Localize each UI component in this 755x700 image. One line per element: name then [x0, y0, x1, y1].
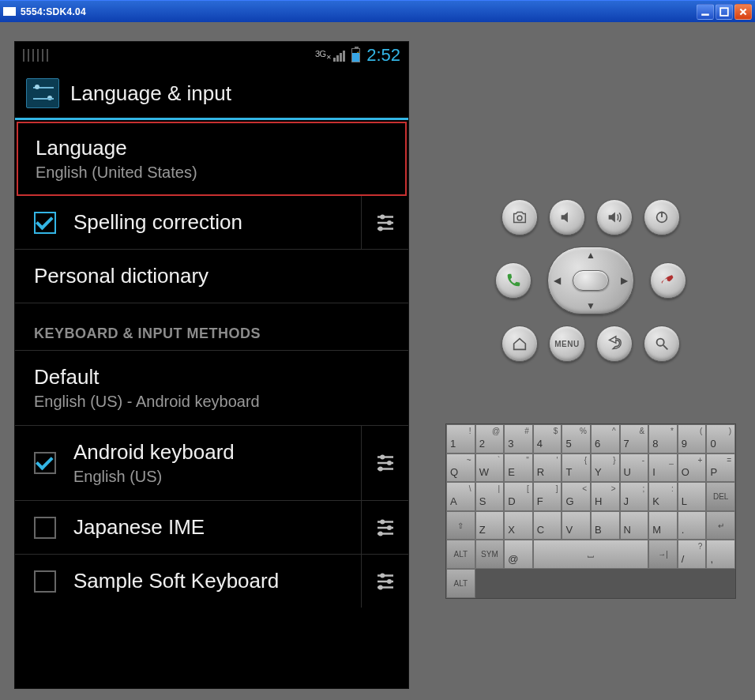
key-0[interactable]: 0) — [706, 424, 735, 453]
key-m[interactable]: M — [648, 511, 678, 540]
key-b[interactable]: B — [591, 511, 620, 540]
home-button[interactable] — [501, 326, 538, 362]
key-sym[interactable]: SYM — [475, 540, 505, 569]
back-button[interactable] — [596, 326, 633, 362]
key-2[interactable]: 2@ — [475, 424, 505, 453]
key-8[interactable]: 8* — [648, 424, 678, 453]
spelling-checkbox[interactable] — [34, 212, 56, 234]
item-language-title: Language — [36, 136, 388, 160]
dpad-left[interactable]: ◀ — [554, 275, 561, 286]
key-9[interactable]: 9( — [678, 424, 707, 453]
item-android-keyboard[interactable]: Android keyboard English (US) — [15, 426, 408, 501]
android-statusbar[interactable]: 3G✕ ⚡ 2:52 — [15, 42, 408, 69]
key-w[interactable]: W` — [475, 453, 505, 483]
key-a[interactable]: A\ — [446, 482, 475, 511]
key-p[interactable]: P= — [706, 453, 735, 483]
sample-keyboard-settings-button[interactable] — [361, 555, 408, 608]
menu-button-label: MENU — [554, 340, 579, 348]
dpad-up[interactable]: ▲ — [586, 250, 595, 261]
volume-down-button[interactable] — [549, 199, 585, 235]
hardware-keyboard: 1!2@3#4$5%6^7&8*9(0)Q~W`E"R'T{Y}U-I_O+P=… — [445, 423, 736, 599]
key-6[interactable]: 6^ — [591, 424, 620, 453]
key-v[interactable]: V — [562, 511, 591, 540]
key-⎵[interactable]: ⎵ — [533, 540, 648, 569]
hw-row-1 — [501, 199, 680, 235]
key-j[interactable]: J; — [620, 482, 649, 511]
emulator-side-panel: ▲ ▼ ◀ ▶ MENU 1!2@3#4$5%6^7&8*9(0)Q~W`E"R… — [441, 41, 741, 681]
maximize-button[interactable] — [716, 4, 733, 20]
key-x[interactable]: X — [504, 511, 533, 540]
key-4[interactable]: 4$ — [533, 424, 562, 453]
dpad-down[interactable]: ▼ — [586, 300, 595, 311]
key-@[interactable]: @ — [504, 540, 533, 569]
window-title: 5554:SDK4.04 — [21, 6, 695, 17]
android-keyboard-settings-button[interactable] — [361, 426, 408, 500]
item-sample-soft-keyboard[interactable]: Sample Soft Keyboard — [15, 555, 408, 608]
key-y[interactable]: Y} — [591, 453, 620, 483]
svg-point-11 — [380, 455, 385, 460]
key-⇧[interactable]: ⇧ — [446, 511, 475, 540]
key-/[interactable]: /? — [678, 540, 707, 569]
android-keyboard-checkbox[interactable] — [34, 452, 56, 474]
key-s[interactable]: S| — [475, 482, 505, 511]
call-button[interactable] — [495, 262, 532, 299]
key-o[interactable]: O+ — [678, 453, 707, 483]
camera-button[interactable] — [501, 199, 538, 235]
power-button[interactable] — [644, 199, 680, 235]
end-call-button[interactable] — [650, 262, 686, 299]
key-→|[interactable]: →| — [648, 540, 678, 569]
key-1[interactable]: 1! — [446, 424, 475, 453]
key-k[interactable]: K: — [648, 482, 678, 511]
key-i[interactable]: I_ — [648, 453, 678, 483]
key-3[interactable]: 3# — [504, 424, 533, 453]
menu-button[interactable]: MENU — [549, 326, 585, 362]
key-h[interactable]: H> — [591, 482, 620, 511]
item-personal-dictionary[interactable]: Personal dictionary — [15, 250, 408, 303]
close-button[interactable] — [734, 4, 752, 20]
key-f[interactable]: F] — [533, 482, 562, 511]
signal-bars-icon — [333, 51, 345, 62]
dpad-center[interactable] — [573, 270, 609, 291]
key-l[interactable]: L — [678, 482, 707, 511]
key-r[interactable]: R' — [533, 453, 562, 483]
key-q[interactable]: Q~ — [446, 453, 475, 483]
key-alt[interactable]: ALT — [446, 569, 475, 598]
japanese-ime-checkbox[interactable] — [34, 517, 56, 539]
svg-rect-0 — [701, 13, 709, 15]
item-spelling[interactable]: Spelling correction — [15, 196, 408, 250]
key-,[interactable]: , — [706, 540, 735, 569]
svg-line-30 — [663, 345, 668, 350]
japanese-ime-settings-button[interactable] — [361, 501, 408, 554]
key-.[interactable]: . — [678, 511, 707, 540]
item-japanese-ime[interactable]: Japanese IME — [15, 501, 408, 555]
signal-indicator: 3G✕ — [315, 49, 345, 61]
language-input-icon — [26, 78, 59, 108]
svg-point-12 — [387, 461, 392, 465]
key-u[interactable]: U- — [620, 453, 649, 483]
search-button[interactable] — [644, 326, 680, 362]
key-alt[interactable]: ALT — [446, 540, 475, 569]
item-android-keyboard-sub: English (US) — [73, 468, 361, 486]
key-e[interactable]: E" — [504, 453, 533, 483]
key-↵[interactable]: ↵ — [706, 511, 735, 540]
key-n[interactable]: N — [620, 511, 649, 540]
key-del[interactable]: DEL — [706, 482, 735, 511]
settings-list[interactable]: Language English (United States) Spellin… — [15, 120, 408, 688]
key-7[interactable]: 7& — [620, 424, 649, 453]
volume-up-button[interactable] — [596, 199, 633, 235]
key-c[interactable]: C — [533, 511, 562, 540]
spelling-settings-button[interactable] — [361, 196, 408, 249]
key-t[interactable]: T{ — [562, 453, 591, 483]
key-5[interactable]: 5% — [562, 424, 591, 453]
item-default[interactable]: Default English (US) - Android keyboard — [15, 351, 408, 426]
dpad-right[interactable]: ▶ — [621, 275, 628, 286]
key-z[interactable]: Z — [475, 511, 505, 540]
key-g[interactable]: G< — [562, 482, 591, 511]
key-d[interactable]: D[ — [504, 482, 533, 511]
clock: 2:52 — [366, 45, 400, 66]
item-sample-keyboard-title: Sample Soft Keyboard — [73, 569, 361, 593]
minimize-button[interactable] — [697, 4, 714, 20]
section-keyboard-header: KEYBOARD & INPUT METHODS — [15, 303, 408, 351]
item-language[interactable]: Language English (United States) — [17, 122, 407, 196]
sample-keyboard-checkbox[interactable] — [34, 570, 56, 593]
